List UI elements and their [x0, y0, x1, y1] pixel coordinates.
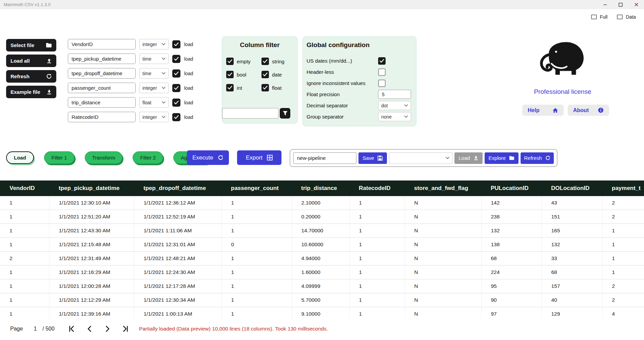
page-label: Page [10, 326, 23, 332]
column-type-select[interactable]: time [139, 68, 169, 79]
filter-option: date [261, 71, 295, 78]
info-icon [598, 107, 604, 113]
refresh-button[interactable]: Refresh [6, 70, 56, 83]
string-filter-checkbox[interactable] [261, 58, 269, 65]
current-page[interactable]: 1 [34, 326, 37, 332]
column-header[interactable]: trip_distance [292, 180, 349, 196]
column-header[interactable]: RatecodeID [349, 180, 405, 196]
help-label: Help [528, 107, 540, 113]
execute-label: Execute [192, 154, 213, 161]
us-dates-checkbox[interactable] [378, 57, 386, 65]
table-cell: 10.60000 [292, 238, 349, 252]
stage-filter-2[interactable]: Filter 2 [133, 151, 163, 164]
table-cell: 1 [349, 279, 405, 293]
grid-icon [267, 155, 273, 161]
column-name-input[interactable] [68, 83, 136, 93]
bool-filter-checkbox[interactable] [226, 71, 234, 78]
int-filter-checkbox[interactable] [226, 84, 234, 91]
table-cell: 1/1/2021 12:24:30 AM [134, 265, 221, 279]
close-button[interactable] [628, 0, 644, 9]
column-name-input[interactable] [68, 97, 136, 108]
previous-page-button[interactable] [85, 325, 94, 333]
next-page-button[interactable] [103, 325, 112, 333]
stage-transform[interactable]: Transform [85, 151, 123, 164]
column-name-input[interactable] [68, 39, 136, 49]
group-separator-select[interactable]: none [378, 112, 411, 121]
decimal-separator-select[interactable]: dot [378, 101, 411, 110]
column-header[interactable]: tpep_dropoff_datetime [134, 180, 221, 196]
column-load-checkbox[interactable] [172, 99, 180, 107]
pipeline-select[interactable] [389, 152, 452, 164]
column-filter-panel: Column filter emptystringbooldateintfloa… [222, 36, 298, 124]
stage-load[interactable]: Load [6, 151, 34, 164]
float-filter-checkbox[interactable] [261, 84, 269, 91]
table-cell: 1 [349, 293, 405, 307]
example-file-button[interactable]: Example file [6, 86, 56, 98]
column-load-checkbox[interactable] [172, 55, 180, 63]
column-type-select[interactable]: time [139, 54, 169, 64]
help-button[interactable]: Help [522, 105, 564, 116]
column-config-row: floatload [68, 97, 193, 108]
csv-preview-table: VendorIDtpep_pickup_datetimetpep_dropoff… [0, 180, 644, 318]
pipeline-name-input[interactable] [293, 152, 356, 164]
load-all-button[interactable]: Load all [6, 55, 56, 67]
save-pipeline-button[interactable]: Save [358, 152, 387, 164]
full-view-toggle[interactable]: Full [591, 14, 608, 20]
table-cell: 1 [0, 293, 49, 307]
table-cell: 1 [349, 210, 405, 224]
minimize-button[interactable] [597, 0, 613, 9]
data-view-toggle[interactable]: Data [617, 14, 636, 20]
column-load-checkbox[interactable] [172, 84, 180, 92]
ignore-inconsistent-checkbox[interactable] [378, 80, 386, 87]
folder-open-icon [46, 43, 52, 48]
column-filter-input[interactable] [222, 108, 278, 119]
chevron-down-icon [162, 116, 165, 118]
date-filter-checkbox[interactable] [261, 71, 269, 78]
table-cell: N [405, 238, 481, 252]
column-config-row: integerload [68, 39, 193, 49]
chevron-down-icon [162, 101, 165, 104]
column-header[interactable]: payment_t [602, 180, 644, 196]
column-config-row: integerload [68, 83, 193, 93]
column-name-input[interactable] [68, 68, 136, 79]
first-page-button[interactable] [67, 325, 76, 333]
column-header[interactable]: tpep_pickup_datetime [49, 180, 134, 196]
select-file-button[interactable]: Select file [6, 39, 56, 51]
column-header[interactable]: store_and_fwd_flag [405, 180, 481, 196]
column-name-input[interactable] [68, 112, 136, 122]
column-type-select[interactable]: integer [139, 83, 169, 93]
table-row: 11/1/2021 12:30:10 AM1/1/2021 12:36:12 A… [0, 196, 644, 210]
export-button[interactable]: Export [237, 150, 281, 165]
pipeline-panel: Save Load Explore Refresh [290, 149, 558, 167]
empty-filter-checkbox[interactable] [226, 58, 234, 65]
column-type-select[interactable]: float [139, 97, 169, 108]
explore-pipelines-button[interactable]: Explore [485, 152, 519, 164]
column-header[interactable]: passenger_count [221, 180, 292, 196]
column-header[interactable]: PULocationID [481, 180, 542, 196]
column-header[interactable]: DOLocationID [542, 180, 602, 196]
maximize-button[interactable] [613, 0, 628, 9]
float-precision-input[interactable] [378, 90, 411, 99]
column-load-checkbox[interactable] [172, 40, 180, 48]
load-pipeline-button[interactable]: Load [454, 152, 483, 164]
column-header[interactable]: VendorID [0, 180, 49, 196]
about-button[interactable]: About [568, 105, 609, 116]
table-cell: 1/1/2021 12:12:29 AM [49, 293, 134, 307]
column-name-input[interactable] [68, 54, 136, 64]
apply-filter-button[interactable] [280, 108, 290, 119]
execute-button[interactable]: Execute [187, 150, 229, 165]
last-page-button[interactable] [121, 325, 130, 333]
table-row: 11/1/2021 12:15:48 AM1/1/2021 12:31:01 A… [0, 238, 644, 252]
column-type-select[interactable]: integer [139, 39, 169, 49]
stage-filter-1[interactable]: Filter 1 [44, 151, 75, 164]
column-type-select[interactable]: integer [139, 112, 169, 122]
column-load-checkbox[interactable] [172, 69, 180, 78]
app-window: Mammoth CSV v1.1.3.0 Full Data Select fi… [0, 0, 644, 340]
column-load-checkbox[interactable] [172, 113, 180, 121]
header-less-checkbox[interactable] [378, 68, 386, 76]
table-cell: 14.70000 [292, 224, 349, 238]
refresh-pipelines-button[interactable]: Refresh [521, 152, 554, 164]
select-file-label: Select file [11, 42, 34, 48]
table-cell: 0 [221, 238, 292, 252]
table-cell: 1/1/2021 12:51:20 AM [49, 210, 134, 224]
